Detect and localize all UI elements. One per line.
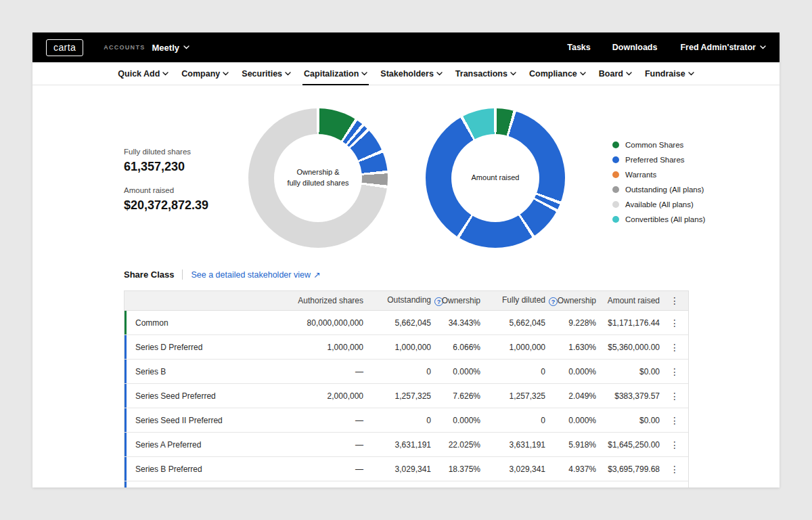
legend-label: Preferred Shares: [625, 156, 685, 164]
share-class-name: Series D Preferred: [125, 343, 240, 352]
stakeholder-view-link[interactable]: See a detailed stakeholder view ↗: [191, 269, 320, 280]
row-cell: 1,000,000: [365, 343, 432, 352]
row-cell: 0.000%: [432, 367, 482, 376]
nav-item-transactions[interactable]: Transactions: [455, 62, 516, 85]
row-accent: [125, 457, 127, 481]
row-cell: 80,000,000,000: [240, 318, 365, 328]
nav-item-quick-add[interactable]: Quick Add: [118, 62, 168, 85]
row-accent: [125, 433, 127, 456]
table-header: Authorized sharesOutstanding?OwnershipFu…: [125, 291, 688, 311]
row-cell: 0.000%: [547, 416, 597, 425]
legend-dot: [612, 156, 619, 163]
chevron-down-icon: [183, 45, 189, 49]
carta-logo[interactable]: carta: [46, 39, 83, 56]
row-accent: [125, 360, 127, 383]
fully-diluted-value: 61,357,230: [124, 160, 208, 174]
company-switcher[interactable]: Meetly: [152, 43, 189, 53]
legend-dot: [612, 201, 619, 208]
legend-item-common-shares: Common Shares: [612, 137, 705, 152]
chart-legend: Common SharesPreferred SharesWarrantsOut…: [612, 137, 705, 227]
row-cell: 22.025%: [432, 440, 482, 450]
chevron-down-icon: [626, 72, 632, 76]
legend-label: Convertibles (All plans): [625, 215, 705, 223]
table-row-series-a-preferred: Series A Preferred—3,631,19122.025%3,631…: [125, 433, 688, 457]
chevron-down-icon: [580, 72, 586, 76]
amount-raised-donut-label-text: Amount raised: [472, 173, 520, 183]
row-cell: 3,631,191: [365, 440, 432, 450]
table-row-series-seed-ii-preferred: Series Seed II Preferred—00.000%00.000%$…: [125, 408, 688, 433]
legend-label: Available (All plans): [625, 200, 694, 209]
share-class-name: Series A Preferred: [125, 440, 240, 450]
chevron-down-icon: [223, 72, 229, 76]
row-cell: 5,662,045: [365, 318, 432, 328]
legend-dot: [612, 142, 619, 148]
nav-item-stakeholders[interactable]: Stakeholders: [380, 62, 443, 85]
row-cell: —: [240, 440, 365, 450]
legend-dot: [612, 171, 619, 178]
row-cell: 18.375%: [432, 464, 482, 474]
row-cell: —: [240, 464, 365, 474]
ownership-donut-label-line1: Ownership &: [297, 167, 340, 178]
row-accent: [125, 335, 127, 359]
row-options-button[interactable]: ⋮: [661, 318, 688, 328]
nav-item-board[interactable]: Board: [599, 62, 632, 85]
row-cell: 1,000,000: [482, 343, 547, 352]
user-menu[interactable]: Fred Admin'strator: [680, 43, 766, 52]
legend-label: Common Shares: [625, 141, 683, 149]
nav-item-capitalization[interactable]: Capitalization: [304, 62, 367, 85]
chevron-down-icon: [361, 72, 367, 76]
external-link-icon: ↗: [313, 269, 320, 280]
share-class-name: Series Seed II Preferred: [125, 416, 240, 425]
nav-item-label: Fundraise: [645, 69, 685, 79]
table-row-common: Common80,000,000,0005,662,04534.343%5,66…: [125, 311, 688, 335]
row-options-button[interactable]: ⋮: [661, 342, 688, 353]
legend-label: Warrants: [625, 171, 656, 179]
row-options-button[interactable]: ⋮: [661, 366, 688, 377]
legend-dot: [612, 216, 619, 223]
row-cell: 5.918%: [547, 440, 597, 450]
nav-item-company[interactable]: Company: [181, 62, 229, 85]
row-cell: 0.000%: [432, 416, 482, 425]
row-cell: 4.937%: [547, 464, 597, 474]
downloads-link[interactable]: Downloads: [612, 43, 658, 52]
column-outstanding: Outstanding?: [365, 295, 432, 307]
nav-item-label: Capitalization: [304, 69, 359, 79]
row-options-button[interactable]: ⋮: [661, 464, 688, 475]
table-row-series-d-preferred: Series D Preferred1,000,0001,000,0006.06…: [125, 335, 688, 360]
row-cell: 34.343%: [432, 318, 482, 328]
chevron-down-icon: [285, 72, 291, 76]
row-cell: $1,645,250.00: [597, 440, 661, 450]
nav-item-label: Company: [181, 69, 220, 79]
row-cell: 5,662,045: [482, 318, 547, 328]
share-class-section-head: Share Class See a detailed stakeholder v…: [124, 269, 320, 280]
row-cell: 3,631,191: [482, 440, 547, 450]
legend-item-available-all-plans: Available (All plans): [612, 197, 705, 212]
row-options-button[interactable]: ⋮: [661, 439, 688, 450]
row-cell: 2.049%: [547, 391, 597, 401]
table-row-series-seed-preferred: Series Seed Preferred2,000,0001,257,3257…: [125, 384, 688, 408]
nav-item-fundraise[interactable]: Fundraise: [645, 62, 694, 85]
row-cell: 2,000,000: [240, 391, 365, 401]
row-cell: $1,171,176.44: [597, 318, 661, 328]
share-class-title: Share Class: [124, 269, 174, 280]
row-cell: 9.228%: [547, 318, 597, 328]
primary-nav: Quick AddCompanySecuritiesCapitalization…: [32, 62, 780, 85]
ownership-donut-label-line2: fully diluted shares: [287, 178, 348, 189]
company-name: Meetly: [152, 43, 179, 53]
table-row-series-b: Series B—00.000%00.000%$0.00⋮: [125, 360, 688, 384]
table-row-series-b-preferred: Series B Preferred—3,029,34118.375%3,029…: [125, 457, 688, 481]
nav-item-label: Compliance: [529, 69, 577, 79]
table-options-button[interactable]: ⋮: [661, 295, 688, 306]
row-options-button[interactable]: ⋮: [661, 391, 688, 402]
nav-item-securities[interactable]: Securities: [242, 62, 291, 85]
row-cell: 1,257,325: [482, 391, 547, 401]
column-authorized-shares: Authorized shares: [240, 296, 365, 305]
column-ownership: Ownership: [432, 296, 482, 305]
row-cell: 0: [482, 416, 547, 425]
tasks-link[interactable]: Tasks: [567, 43, 591, 52]
nav-item-compliance[interactable]: Compliance: [529, 62, 586, 85]
row-options-button[interactable]: ⋮: [661, 415, 688, 426]
legend-label: Outstanding (All plans): [625, 186, 704, 194]
row-cell: 0: [365, 367, 432, 376]
share-class-name: Common: [125, 318, 240, 328]
